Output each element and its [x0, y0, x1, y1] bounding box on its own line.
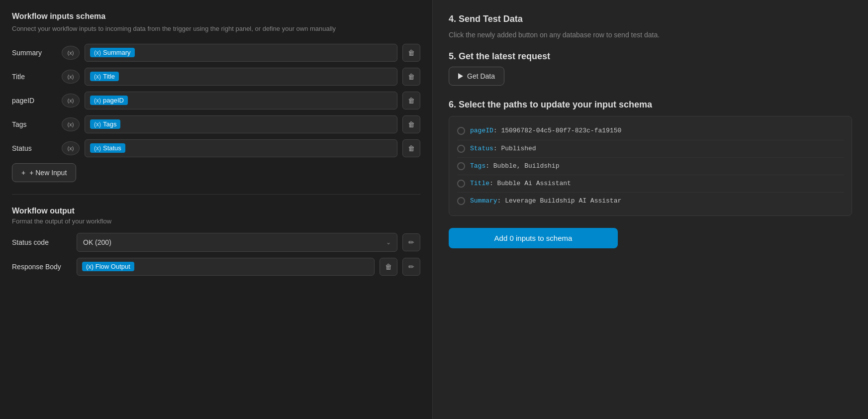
input-label-2: pageID: [12, 97, 57, 105]
path-checkbox-2[interactable]: [457, 162, 465, 170]
input-label-4: Status: [12, 144, 57, 152]
path-text-1: Status: Published: [470, 144, 536, 153]
var-badge-1[interactable]: (x): [62, 70, 80, 84]
paths-section: 6. Select the paths to update your input…: [449, 100, 852, 216]
trash-icon: 🗑: [385, 263, 392, 271]
play-icon: [458, 73, 463, 79]
add-schema-button[interactable]: Add 0 inputs to schema: [449, 228, 618, 248]
input-label-1: Title: [12, 73, 57, 81]
status-code-value: OK (200): [83, 238, 111, 246]
input-rows: Summary (x) (x) Summary 🗑 Title (x) (x) …: [12, 44, 420, 157]
delete-input-button-2[interactable]: 🗑: [402, 92, 420, 109]
input-row: Title (x) (x) Title 🗑: [12, 68, 420, 86]
get-data-label: Get Data: [467, 72, 495, 80]
path-checkbox-4[interactable]: [457, 197, 465, 205]
new-input-button[interactable]: + + New Input: [12, 163, 76, 182]
tag-chip-3: (x) Tags: [90, 119, 120, 129]
path-key-4: Summary: [470, 197, 497, 205]
output-title: Workflow output: [12, 207, 420, 215]
plus-icon: +: [21, 169, 25, 177]
trash-icon-0: 🗑: [408, 49, 415, 57]
delete-input-button-1[interactable]: 🗑: [402, 68, 420, 86]
output-subtitle: Format the output of your workflow: [12, 217, 420, 225]
path-text-4: Summary: Leverage Buildship AI Assistar: [470, 197, 621, 206]
input-row: Tags (x) (x) Tags 🗑: [12, 115, 420, 133]
new-input-label: + New Input: [29, 169, 67, 177]
tag-chip-4: (x) Status: [90, 143, 125, 153]
step4-title: 4. Send Test Data: [449, 14, 852, 24]
path-key-3: Title: [470, 180, 489, 187]
step6-title: 6. Select the paths to update your input…: [449, 100, 852, 110]
response-body-chip: (x) Flow Output: [82, 262, 134, 271]
path-text-2: Tags: Bubble, Buildship: [470, 162, 559, 171]
path-item: Status: Published: [457, 140, 844, 158]
input-label-3: Tags: [12, 120, 57, 128]
path-item: Title: Bubble Ai Assistant: [457, 175, 844, 193]
step5-title: 5. Get the latest request: [449, 51, 852, 62]
path-checkbox-0[interactable]: [457, 127, 465, 135]
section-divider: [12, 194, 420, 195]
path-value-0: : 15096782-04c5-80f7-823c-fa19150: [493, 127, 621, 134]
input-label-0: Summary: [12, 49, 57, 57]
input-row: Summary (x) (x) Summary 🗑: [12, 44, 420, 62]
var-badge-3[interactable]: (x): [62, 117, 80, 131]
response-body-label: Response Body: [12, 263, 72, 271]
path-key-2: Tags: [470, 162, 485, 170]
path-value-4: : Leverage Buildship AI Assistar: [497, 197, 622, 205]
path-value-3: : Bubble Ai Assistant: [489, 180, 571, 187]
status-code-edit-button[interactable]: ✏: [402, 233, 420, 251]
edit-icon: ✏: [408, 238, 414, 246]
path-item: Tags: Bubble, Buildship: [457, 158, 844, 175]
path-item: Summary: Leverage Buildship AI Assistar: [457, 193, 844, 210]
var-badge-0[interactable]: (x): [62, 46, 80, 60]
trash-icon-4: 🗑: [408, 144, 415, 152]
input-field-2[interactable]: (x) pageID: [85, 92, 397, 109]
input-field-3[interactable]: (x) Tags: [85, 115, 397, 133]
step4-desc: Click the newly added button on any data…: [449, 29, 852, 40]
trash-icon-3: 🗑: [408, 120, 415, 128]
var-badge-4[interactable]: (x): [62, 141, 80, 155]
delete-input-button-3[interactable]: 🗑: [402, 115, 420, 133]
path-text-0: pageID: 15096782-04c5-80f7-823c-fa19150: [470, 126, 621, 135]
status-code-select[interactable]: OK (200) ⌄: [77, 233, 397, 252]
tag-chip-2: (x) pageID: [90, 96, 128, 105]
path-checkbox-3[interactable]: [457, 180, 465, 188]
right-panel: 4. Send Test Data Click the newly added …: [433, 0, 868, 419]
trash-icon-2: 🗑: [408, 97, 415, 105]
trash-icon-1: 🗑: [408, 73, 415, 81]
input-row: pageID (x) (x) pageID 🗑: [12, 92, 420, 109]
path-text-3: Title: Bubble Ai Assistant: [470, 179, 571, 188]
schema-subtitle: Connect your workflow inputs to incoming…: [12, 24, 420, 34]
response-body-edit-button[interactable]: ✏: [402, 258, 420, 276]
path-value-2: : Bubble, Buildship: [485, 162, 559, 170]
schema-title: Workflow inputs schema: [12, 12, 420, 21]
path-checkbox-1[interactable]: [457, 145, 465, 153]
input-field-4[interactable]: (x) Status: [85, 139, 397, 157]
chevron-down-icon: ⌄: [386, 239, 391, 246]
response-body-row: Response Body (x) Flow Output 🗑 ✏: [12, 258, 420, 276]
response-body-field[interactable]: (x) Flow Output: [77, 258, 375, 276]
path-value-1: : Published: [493, 145, 536, 152]
get-data-button[interactable]: Get Data: [449, 67, 504, 86]
response-body-delete-button[interactable]: 🗑: [380, 258, 397, 276]
status-code-row: Status code OK (200) ⌄ ✏: [12, 233, 420, 252]
input-field-0[interactable]: (x) Summary: [85, 44, 397, 62]
input-field-1[interactable]: (x) Title: [85, 68, 397, 86]
input-row: Status (x) (x) Status 🗑: [12, 139, 420, 157]
paths-box: pageID: 15096782-04c5-80f7-823c-fa19150 …: [449, 116, 852, 216]
status-code-label: Status code: [12, 238, 72, 246]
edit-icon-2: ✏: [408, 263, 414, 271]
delete-input-button-4[interactable]: 🗑: [402, 139, 420, 157]
tag-chip-1: (x) Title: [90, 72, 119, 81]
path-item: pageID: 15096782-04c5-80f7-823c-fa19150: [457, 122, 844, 140]
var-badge-2[interactable]: (x): [62, 94, 80, 107]
path-key-1: Status: [470, 145, 493, 152]
left-panel: Workflow inputs schema Connect your work…: [0, 0, 433, 419]
path-key-0: pageID: [470, 127, 493, 134]
add-schema-label: Add 0 inputs to schema: [494, 234, 573, 242]
delete-input-button-0[interactable]: 🗑: [402, 44, 420, 62]
tag-chip-0: (x) Summary: [90, 48, 135, 57]
